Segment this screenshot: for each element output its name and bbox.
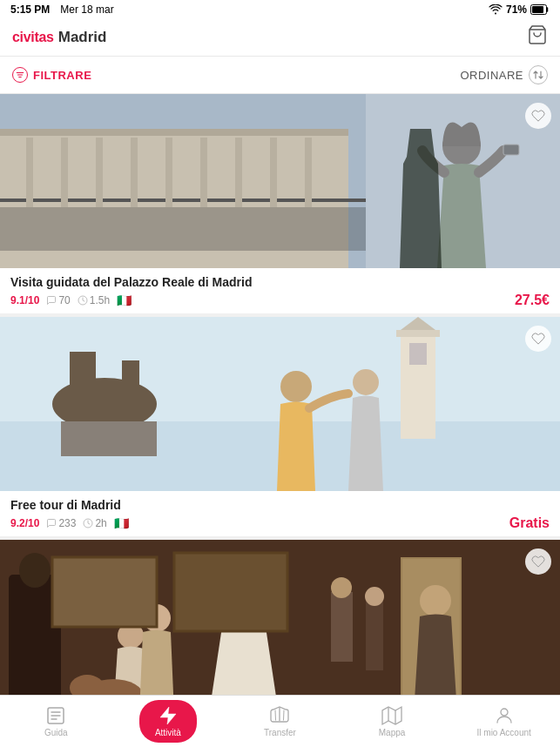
tour-title-1: Visita guidata del Palazzo Reale di Madr…	[10, 275, 550, 289]
tour-meta-2: 9.2/10 233 2h 🇮🇹 Gratis	[10, 515, 550, 531]
battery-icon	[530, 4, 550, 15]
transfer-icon	[269, 705, 290, 726]
wishlist-button-1[interactable]	[525, 103, 551, 129]
tour-rating-1: 9.1/10	[10, 294, 39, 306]
svg-rect-31	[70, 352, 96, 413]
nav-active-container: Attività	[139, 700, 197, 743]
svg-rect-49	[331, 592, 353, 662]
svg-rect-18	[270, 138, 277, 207]
nav-label-attivita: Attività	[155, 728, 181, 737]
tour-price-2: Gratis	[509, 515, 550, 531]
cart-button[interactable]	[527, 24, 548, 50]
nav-item-transfer[interactable]: Transfer	[224, 696, 336, 747]
logo-civitas: civitas	[12, 30, 54, 45]
svg-rect-1	[532, 6, 543, 13]
tour-title-2: Free tour di Madrid	[10, 498, 550, 512]
status-time: 5:15 PM	[10, 3, 50, 16]
tour-meta-1: 9.1/10 70 1.5h 🇮🇹 27.5€	[10, 293, 550, 308]
nav-item-account[interactable]: Il mio Account	[448, 696, 560, 747]
tour-info-1: Visita guidata del Palazzo Reale di Madr…	[0, 268, 560, 313]
svg-rect-51	[366, 601, 383, 670]
status-left: 5:15 PM Mer 18 mar	[10, 3, 114, 16]
wifi-icon	[489, 4, 503, 15]
svg-rect-33	[61, 421, 157, 456]
svg-point-35	[353, 369, 379, 395]
tour-image-prado	[0, 540, 560, 714]
tour-info-2: Free tour di Madrid 9.2/10 233 2h 🇮🇹 Gra…	[0, 491, 560, 536]
bottom-nav: Guida Attività Transfer Mappa	[0, 695, 560, 747]
svg-rect-8	[0, 129, 348, 136]
tours-list: Visita guidata del Palazzo Reale di Madr…	[0, 94, 560, 747]
cart-icon	[527, 24, 548, 45]
svg-rect-14	[131, 138, 138, 207]
svg-rect-16	[200, 138, 207, 207]
status-right: 71%	[489, 3, 550, 16]
clock-icon-2	[83, 518, 93, 528]
tour-image-palazzo	[0, 94, 560, 268]
svg-rect-53	[52, 557, 157, 627]
tour-reviews-2: 233	[46, 517, 76, 529]
sort-label: ORDINARE	[460, 69, 523, 82]
tour-reviews-1: 70	[46, 294, 70, 306]
sort-icon	[529, 65, 548, 84]
svg-rect-10	[0, 207, 366, 251]
account-icon	[494, 705, 515, 726]
tour-meta-left-2: 9.2/10 233 2h 🇮🇹	[10, 516, 129, 530]
tour-image-freetour	[0, 317, 560, 491]
filter-bar: FILTRARE ORDINARE	[0, 57, 560, 94]
wishlist-button-3[interactable]	[525, 548, 551, 575]
tour-price-1: 27.5€	[515, 293, 550, 308]
heart-icon	[531, 109, 545, 123]
tour-language-1: 🇮🇹	[117, 293, 132, 307]
svg-rect-55	[401, 557, 462, 697]
tour-language-2: 🇮🇹	[114, 516, 129, 530]
nav-item-guide[interactable]: Guida	[0, 696, 112, 747]
svg-point-34	[280, 371, 312, 402]
nav-label-guide: Guida	[44, 728, 68, 737]
heart-icon-3	[531, 555, 545, 569]
svg-rect-54	[174, 553, 287, 631]
chat-icon	[46, 295, 57, 306]
svg-marker-58	[382, 707, 401, 724]
chat-icon-2	[46, 518, 57, 528]
header-logo: civitas Madrid	[12, 29, 106, 46]
svg-rect-27	[396, 330, 440, 337]
svg-rect-11	[26, 138, 33, 207]
attivita-icon	[158, 705, 179, 726]
svg-rect-19	[305, 138, 312, 207]
svg-rect-13	[96, 138, 103, 207]
sort-button[interactable]: ORDINARE	[460, 65, 548, 84]
tour-duration-2: 2h	[83, 517, 106, 529]
logo-city: Madrid	[58, 29, 107, 46]
map-icon	[381, 705, 402, 726]
tour-rating-2: 9.2/10	[10, 517, 39, 529]
wishlist-button-2[interactable]	[525, 326, 551, 352]
nav-label-mappa: Mappa	[379, 728, 406, 737]
filter-label: FILTRARE	[33, 69, 91, 82]
nav-label-account: Il mio Account	[477, 728, 531, 737]
tour-card[interactable]: Visita guidata del Palazzo Reale di Madr…	[0, 94, 560, 313]
nav-item-attivita[interactable]: Attività	[112, 696, 225, 747]
app-header: civitas Madrid	[0, 19, 560, 57]
svg-rect-15	[165, 138, 172, 207]
filter-icon	[12, 67, 28, 83]
svg-rect-32	[122, 360, 139, 413]
status-date: Mer 18 mar	[60, 3, 113, 16]
filter-button[interactable]: FILTRARE	[12, 67, 91, 83]
status-bar: 5:15 PM Mer 18 mar 71%	[0, 0, 560, 19]
tour-duration-1: 1.5h	[78, 294, 110, 306]
battery-level: 71%	[506, 3, 527, 16]
svg-rect-29	[409, 343, 427, 365]
svg-rect-12	[61, 138, 68, 207]
nav-item-mappa[interactable]: Mappa	[336, 696, 449, 747]
svg-point-61	[501, 709, 508, 716]
svg-point-42	[19, 553, 51, 588]
svg-point-52	[365, 587, 384, 606]
tour-meta-left-1: 9.1/10 70 1.5h 🇮🇹	[10, 293, 132, 307]
guide-icon	[45, 705, 66, 726]
tour-card-2[interactable]: Free tour di Madrid 9.2/10 233 2h 🇮🇹 Gra…	[0, 317, 560, 536]
svg-rect-17	[235, 138, 242, 207]
nav-label-transfer: Transfer	[264, 728, 296, 737]
clock-icon	[78, 295, 88, 306]
heart-icon-2	[531, 332, 545, 346]
